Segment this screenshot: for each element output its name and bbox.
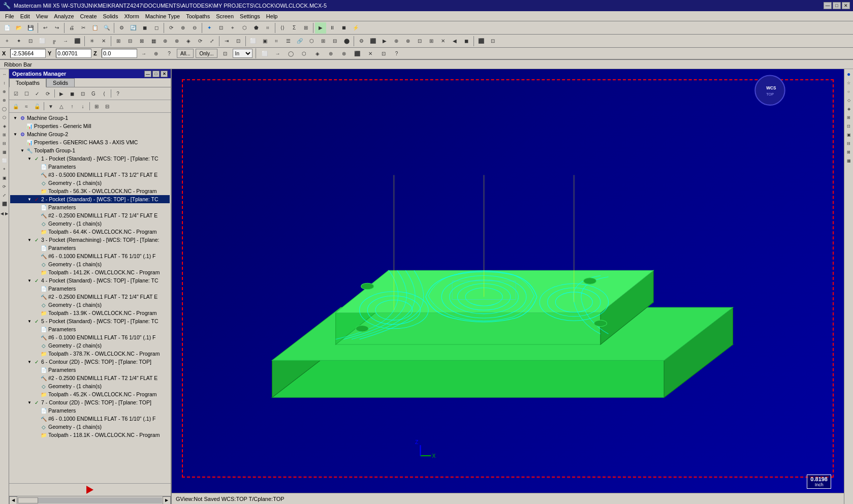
menu-item-help[interactable]: Help [263, 11, 281, 21]
tree-expand-icon[interactable]: ▼ [19, 147, 25, 153]
play-icon[interactable] [86, 486, 93, 494]
ops-btn-help[interactable]: ? [113, 88, 123, 99]
new-button[interactable]: 📄 [2, 22, 13, 34]
tree-item[interactable]: 🔨#2 - 0.2500 ENDMILL1 FLAT - T2 1/4" FLA… [10, 374, 170, 382]
left-tool-5[interactable]: ◯ [1, 105, 9, 113]
tree-expand-icon[interactable] [34, 286, 40, 292]
maximize-button[interactable]: □ [833, 2, 841, 9]
tree-expand-icon[interactable] [19, 139, 25, 145]
tree-item[interactable]: 📁Toolpath - 56.3K - OWLCLOCK.NC - Progra… [10, 187, 170, 195]
ops-btn-up-arrow[interactable]: △ [56, 101, 67, 111]
left-tool-8[interactable]: ⊞ [1, 131, 9, 139]
tree-expand-icon[interactable] [34, 407, 40, 414]
right-btn-11[interactable]: ▦ [845, 156, 853, 165]
tb2-21[interactable]: ⬜ [247, 36, 259, 47]
tool23[interactable]: ⚡ [350, 22, 361, 34]
left-tool-12[interactable]: ⌖ [1, 165, 9, 173]
ops-btn-cut[interactable]: ⊡ [78, 88, 88, 99]
ops-btn-backplot[interactable]: ◼ [67, 88, 77, 99]
tree-expand-icon[interactable]: ▼ [26, 155, 33, 162]
tree-expand-icon[interactable]: ▼ [26, 318, 33, 324]
tree-item[interactable]: ◇Geometry - (1 chain(s) [10, 219, 170, 228]
undo-button[interactable]: ↩ [40, 22, 51, 34]
tb2-32[interactable]: ▶ [379, 36, 390, 47]
all-button[interactable]: All... [177, 49, 194, 58]
coord-help-btn[interactable]: ? [164, 48, 175, 59]
left-tool-1[interactable]: ↔ [1, 70, 9, 78]
tree-item[interactable]: 📄Parameters [10, 163, 170, 171]
tree-expand-icon[interactable] [34, 180, 40, 186]
tree-item[interactable]: ◇Geometry - (2 chain(s) [10, 341, 170, 350]
menu-item-xform[interactable]: Xform [121, 11, 142, 21]
ops-btn-sort-dn[interactable]: ↓ [78, 101, 88, 111]
tree-item[interactable]: 📁Toolpath - 141.2K - OWLCLOCK.NC - Progr… [10, 268, 170, 276]
tb2-4[interactable]: ⬜ [37, 36, 48, 47]
tree-expand-icon[interactable]: ▼ [12, 131, 18, 137]
view-btn3[interactable]: ◯ [286, 48, 297, 59]
scroll-track[interactable] [18, 497, 162, 503]
tree-item[interactable]: 📁Toolpath - 13.9K - OWLCLOCK.NC - Progra… [10, 309, 170, 317]
tb2-15[interactable]: ⊗ [171, 36, 182, 47]
ops-btn-sort-up[interactable]: ↑ [67, 101, 77, 111]
tb2-7[interactable]: ⬛ [72, 36, 83, 47]
tree-expand-icon[interactable] [34, 342, 40, 349]
right-btn-6[interactable]: ⊞ [845, 113, 853, 121]
right-btn-10[interactable]: ⊠ [845, 148, 853, 156]
x-input[interactable] [10, 49, 46, 58]
tb2-16[interactable]: ◈ [183, 36, 194, 47]
menu-item-toolpaths[interactable]: Toolpaths [183, 11, 213, 21]
tree-item[interactable]: 📁Toolpath - 378.7K - OWLCLOCK.NC - Progr… [10, 350, 170, 358]
tree-item[interactable]: 📊Properties - GENERIC HAAS 3 - AXIS VMC [10, 138, 170, 146]
view-btn5[interactable]: ◈ [312, 48, 323, 59]
left-arrow-btn2[interactable]: ▶ [5, 209, 9, 217]
tree-expand-icon[interactable] [34, 220, 40, 227]
tb2-29[interactable]: ⬤ [341, 36, 352, 47]
tool6[interactable]: ◼ [139, 22, 150, 34]
tb2-9[interactable]: ✕ [98, 36, 109, 47]
tool22[interactable]: ⏹ [338, 22, 350, 34]
view-btn2[interactable]: → [272, 48, 283, 59]
ops-btn-wave[interactable]: ≈ [21, 101, 31, 111]
tree-expand-icon[interactable] [34, 383, 40, 389]
tree-expand-icon[interactable] [34, 367, 40, 373]
tb2-31[interactable]: ⬛ [367, 36, 378, 47]
tree-item[interactable]: 📄Parameters [10, 203, 170, 211]
tree-expand-icon[interactable] [34, 424, 40, 430]
tool14[interactable]: ⬡ [239, 22, 250, 34]
scroll-thumb[interactable] [18, 497, 38, 503]
right-btn-5[interactable]: ◈ [845, 105, 853, 113]
tab-toolpaths[interactable]: Toolpaths [9, 78, 46, 87]
tb2-2[interactable]: ✦ [13, 36, 24, 47]
tool17[interactable]: ⟨⟩ [277, 22, 288, 34]
tree-item[interactable]: 📄Parameters [10, 406, 170, 415]
tool13[interactable]: ⌖ [227, 22, 238, 34]
minimize-button[interactable]: — [824, 2, 832, 9]
left-tool-7[interactable]: ◈ [1, 122, 9, 130]
tool10[interactable]: ⊖ [189, 22, 200, 34]
menu-item-solids[interactable]: Solids [100, 11, 121, 21]
tree-item[interactable]: 🔨#6 - 0.1000 ENDMILL1 FLAT - T6 1/10" (.… [10, 333, 170, 341]
redo-button[interactable]: ↪ [51, 22, 62, 34]
ops-btn-verify[interactable]: ▶ [56, 88, 67, 99]
tree-expand-icon[interactable] [34, 172, 40, 178]
tree-expand-icon[interactable] [34, 432, 40, 438]
view-btn8[interactable]: ⬛ [352, 48, 363, 59]
menu-item-settings[interactable]: Settings [237, 11, 263, 21]
only-button[interactable]: Only... [196, 49, 217, 58]
tree-expand-icon[interactable]: ▼ [26, 237, 33, 243]
close-button[interactable]: ✕ [842, 2, 850, 9]
print-button[interactable]: 🖨 [66, 22, 77, 34]
tree-item[interactable]: ▼✓5 - Pocket (Standard) - [WCS: TOP] - [… [10, 317, 170, 325]
left-tool-14[interactable]: ⟳ [1, 182, 9, 191]
tree-item[interactable]: 📁Toolpath - 118.1K - OWLCLOCK.NC - Progr… [10, 431, 170, 439]
tb2-40[interactable]: ⬛ [476, 36, 487, 47]
ops-scrollbar[interactable]: ◀ ▶ [9, 496, 171, 504]
tree-expand-icon[interactable] [34, 164, 40, 170]
left-tool-6[interactable]: ⬡ [1, 113, 9, 121]
menu-item-machine type[interactable]: Machine Type [142, 11, 183, 21]
ops-close-btn[interactable]: ✕ [161, 71, 168, 77]
left-tool-3[interactable]: ⊕ [1, 87, 9, 96]
tb2-5[interactable]: ╔ [48, 36, 59, 47]
tree-item[interactable]: ▼✓3 - Pocket (Remachining) - [WCS: TOP] … [10, 236, 170, 244]
tb2-35[interactable]: ⊡ [414, 36, 425, 47]
